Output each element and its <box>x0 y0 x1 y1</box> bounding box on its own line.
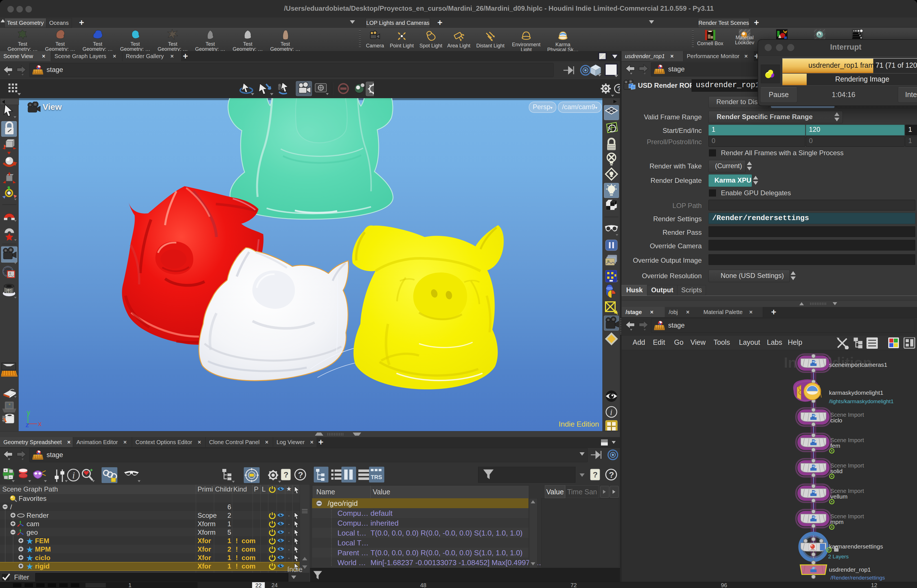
svg-text:y: y <box>27 411 30 416</box>
svg-text:?: ? <box>284 470 288 479</box>
svg-text:?: ? <box>609 470 614 479</box>
svg-text:solid: solid <box>830 468 843 474</box>
svg-text:karmarendersettings: karmarendersettings <box>829 543 883 550</box>
svg-text:karmaskydomelight1: karmaskydomelight1 <box>829 389 883 396</box>
svg-text:2 Layers: 2 Layers <box>828 554 849 559</box>
svg-text:−: − <box>9 475 11 479</box>
svg-text:x: x <box>38 420 42 428</box>
svg-text:sceneimportcameras1: sceneimportcameras1 <box>829 362 887 368</box>
svg-text:TRS: TRS <box>371 474 382 480</box>
svg-text:i: i <box>610 407 612 417</box>
svg-text:z: z <box>26 421 29 428</box>
svg-text:+: + <box>4 468 6 473</box>
svg-text:mpm: mpm <box>830 519 844 525</box>
svg-text:vellum: vellum <box>830 493 848 500</box>
svg-text:fem: fem <box>830 443 840 449</box>
svg-text:ciclo: ciclo <box>830 417 842 423</box>
svg-text:i: i <box>72 470 75 480</box>
svg-text:?: ? <box>298 470 303 479</box>
svg-text:/Render/rendersettings: /Render/rendersettings <box>830 575 885 581</box>
svg-text:usdrender_rop1: usdrender_rop1 <box>829 566 871 573</box>
svg-text:?: ? <box>593 470 597 479</box>
svg-text:?: ? <box>617 85 620 92</box>
svg-text:/lights/karmaskydomelight1: /lights/karmaskydomelight1 <box>829 398 894 404</box>
